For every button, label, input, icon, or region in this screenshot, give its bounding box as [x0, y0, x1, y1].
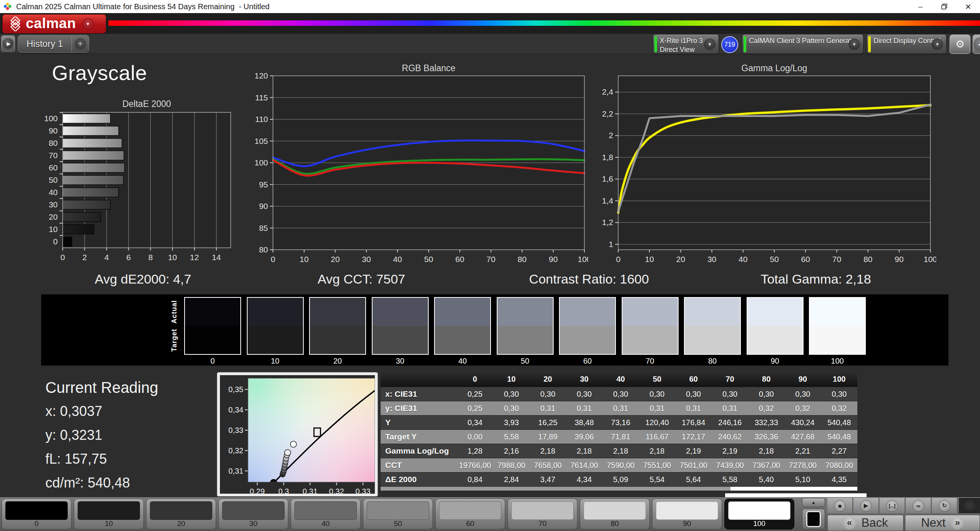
column-header-70: 70 — [712, 375, 748, 384]
table-cell: 5,64 — [675, 475, 712, 484]
table-cell: 3,93 — [493, 418, 530, 427]
patch-swatch — [584, 501, 646, 520]
actual-color — [810, 298, 865, 326]
actual-color — [248, 298, 303, 326]
settings-button[interactable]: ⚙ — [950, 35, 970, 54]
table-cell: 0,31 — [712, 404, 748, 413]
pattern-window-button[interactable] — [802, 509, 825, 529]
target-color — [310, 326, 365, 354]
stop-button[interactable]: ■ — [827, 498, 853, 513]
table-scrollbar-thumb[interactable] — [730, 487, 857, 491]
rgb-balance-chart: 8085909510010511011512001020304050607080… — [246, 63, 588, 265]
patch-label: 90 — [652, 519, 722, 528]
actual-color — [685, 298, 740, 326]
pattern-generator-dropdown[interactable]: CalMAN Client 3 Pattern Generator ▼ — [742, 35, 864, 54]
table-cell: 0,31 — [566, 404, 602, 413]
gray-patch-button-60[interactable]: 60 — [435, 499, 505, 529]
meter-dropdown[interactable]: X-Rite i1Pro 3 Direct View ▼ — [653, 35, 719, 54]
gray-patch-button-20[interactable]: 20 — [146, 499, 216, 529]
tick-label: 90 — [49, 126, 58, 135]
gray-patch-button-10[interactable]: 10 — [74, 499, 144, 529]
add-tab-button[interactable]: + — [72, 35, 89, 52]
infinity-button[interactable]: ∞ — [906, 498, 931, 513]
tick-label: 10 — [299, 255, 308, 264]
strip-swatch-50 — [497, 297, 554, 355]
gray-patch-button-30[interactable]: 30 — [218, 499, 288, 529]
patch-swatch — [511, 501, 574, 520]
table-cell: 19766,00 — [457, 461, 493, 470]
display-control-dropdown[interactable]: Direct Display Control ▼ — [867, 35, 947, 54]
table-cell: 7614,00 — [566, 461, 602, 470]
target-color — [248, 326, 303, 354]
meter-mode: Direct View — [660, 46, 695, 53]
tick-label: 6 — [126, 253, 131, 262]
table-cell: 0,30 — [748, 390, 785, 399]
back-button[interactable]: « Back — [827, 515, 903, 531]
actual-color — [310, 298, 365, 326]
collapse-panel-button[interactable]: ◀ — [973, 35, 980, 54]
strip-swatch-30 — [372, 297, 429, 355]
table-row: Gamma Log/Log1,282,162,182,182,182,182,1… — [381, 444, 857, 458]
strip-swatch-10 — [247, 297, 304, 355]
deltae-bar-80 — [63, 139, 122, 148]
panel-expand-button[interactable]: ▲ — [802, 498, 825, 507]
table-cell: 0,32 — [748, 404, 785, 413]
restore-icon[interactable] — [932, 0, 956, 13]
gray-patch-button-50[interactable]: 50 — [363, 499, 433, 529]
measurement-table: 0102030405060708090100x: CIE310,250,300,… — [381, 371, 857, 486]
table-cell: 5,58 — [712, 475, 748, 484]
actual-color — [747, 298, 803, 326]
patch-label: 60 — [436, 519, 505, 528]
tick-label: 0,32 — [329, 487, 344, 494]
tick-label: 105 — [255, 137, 268, 145]
tick-label: 0,3 — [278, 487, 289, 494]
tick-label: 0,33 — [356, 487, 371, 494]
table-cell: 2,18 — [602, 447, 639, 456]
tick-label: 0 — [53, 237, 58, 246]
next-button[interactable]: Next » — [905, 515, 980, 531]
tick-label: 90 — [549, 255, 557, 264]
patch-swatch — [5, 501, 68, 520]
table-cell: 2,18 — [529, 447, 566, 456]
calman-app-icon — [4, 2, 12, 11]
deltae-bar-70 — [63, 151, 124, 160]
column-header-20: 20 — [529, 375, 566, 384]
minimize-icon[interactable]: – — [908, 0, 932, 13]
table-cell: 38,48 — [566, 418, 602, 427]
gray-patch-button-40[interactable]: 40 — [291, 499, 361, 529]
table-scrollbar[interactable] — [381, 487, 857, 491]
strip-level-label: 20 — [309, 357, 366, 366]
calman-menu-button[interactable]: calman ▼ — [2, 14, 106, 33]
patch-label: 10 — [74, 519, 143, 528]
tick-label: 12 — [190, 253, 199, 262]
tick-label: 100 — [923, 255, 936, 264]
refresh-button[interactable]: ↻ — [932, 498, 957, 513]
play-button[interactable]: ▶ — [854, 498, 879, 513]
step-button[interactable]: [‥] — [880, 498, 905, 513]
patch-swatch — [656, 501, 718, 520]
tab-history-1[interactable]: History 1 — [18, 38, 72, 49]
spectrum-gradient-bar — [108, 20, 980, 26]
gray-patch-button-70[interactable]: 70 — [507, 499, 577, 529]
gray-patch-button-100[interactable]: 100 — [724, 499, 794, 529]
gray-patch-button-0[interactable]: 0 — [2, 499, 72, 529]
tick-label: 1,6 — [602, 174, 613, 183]
close-icon[interactable]: × — [956, 0, 980, 13]
chart-title: RGB Balance — [402, 63, 455, 73]
actual-color — [435, 298, 490, 326]
table-cell: 0,31 — [602, 404, 639, 413]
workflow-nav-button[interactable]: ▶ — [1, 35, 15, 52]
table-cell: 5,58 — [493, 432, 530, 441]
actual-color — [185, 298, 240, 326]
gray-patch-button-80[interactable]: 80 — [580, 499, 650, 529]
strip-swatch-60 — [559, 297, 616, 355]
tick-label: 0,31 — [303, 487, 318, 494]
table-cell: 5,40 — [748, 475, 785, 484]
tick-label: 60 — [455, 255, 464, 264]
tick-label: 40 — [739, 255, 747, 264]
play-icon: ▶ — [3, 38, 13, 49]
measured-point — [285, 449, 291, 456]
gray-patch-button-90[interactable]: 90 — [652, 499, 722, 529]
meter-count-badge[interactable]: 719 — [721, 36, 738, 53]
table-cell: 0,00 — [457, 432, 493, 441]
